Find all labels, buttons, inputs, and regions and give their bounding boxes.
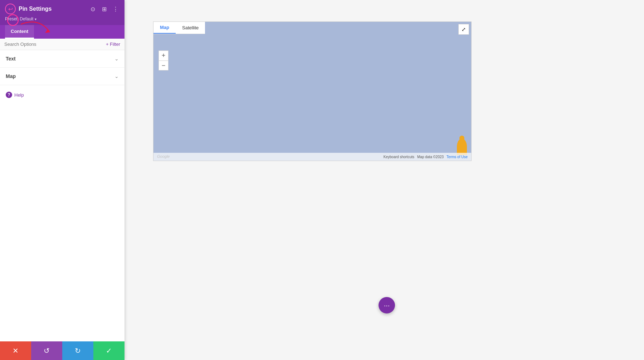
map-tab-map[interactable]: Map (153, 22, 176, 34)
search-input[interactable] (4, 42, 106, 47)
filter-button[interactable]: + Filter (106, 42, 120, 47)
search-bar: + Filter (0, 39, 125, 50)
fab-icon: ··· (384, 301, 390, 310)
help-label: Help (14, 92, 24, 98)
zoom-in-button[interactable]: + (158, 50, 169, 60)
panel-header: ↩ Pin Settings ⊙ ⊞ ⋮ Preset: Default ▾ (0, 0, 125, 25)
street-view-head (459, 136, 464, 141)
map-body: + − Google Keyboard shortcuts Map data ©… (153, 35, 471, 161)
back-icon: ↩ (8, 6, 13, 13)
accordion-map-label: Map (6, 73, 16, 79)
map-tab-bar: Map Satellite (153, 22, 205, 34)
map-tab-satellite[interactable]: Satellite (176, 22, 205, 34)
map-data-label: Map data ©2023 (417, 155, 444, 159)
accordion-text-header[interactable]: Text ⌄ (0, 50, 125, 67)
keyboard-shortcuts-link[interactable]: Keyboard shortcuts (384, 155, 414, 159)
panel-title: Pin Settings (19, 6, 52, 12)
back-button[interactable]: ↩ (5, 4, 16, 14)
map-footer: Keyboard shortcuts Map data ©2023 Terms … (153, 153, 471, 161)
fab-button[interactable]: ··· (379, 297, 395, 313)
header-top-row: ↩ Pin Settings ⊙ ⊞ ⋮ (5, 4, 119, 14)
accordion-text-section: Text ⌄ (0, 50, 125, 68)
close-button[interactable]: ✕ (0, 341, 31, 360)
preset-arrow-icon: ▾ (35, 17, 36, 21)
zoom-controls: + − (158, 50, 169, 70)
fullscreen-button[interactable]: ⤢ (458, 24, 469, 35)
columns-icon[interactable]: ⊞ (100, 5, 108, 13)
accordion-map-chevron: ⌄ (114, 73, 119, 79)
help-link[interactable]: ? Help (0, 85, 125, 104)
main-content: Map Satellite ⤢ + − Google Keyboard shor… (125, 0, 644, 360)
accordion-map-header[interactable]: Map ⌄ (0, 68, 125, 85)
settings-icon[interactable]: ⊙ (89, 5, 97, 13)
preset-row[interactable]: Preset: Default ▾ (5, 16, 119, 21)
left-panel: ↩ Pin Settings ⊙ ⊞ ⋮ Preset: Default ▾ C… (0, 0, 125, 360)
save-button[interactable]: ✓ (93, 341, 125, 360)
undo-button[interactable]: ↺ (31, 341, 62, 360)
preset-label: Preset: Default (5, 16, 33, 21)
bottom-toolbar: ✕ ↺ ↻ ✓ (0, 341, 125, 360)
accordion-text-chevron: ⌄ (114, 56, 119, 62)
accordion-text-label: Text (6, 56, 16, 62)
accordion-map-section: Map ⌄ (0, 68, 125, 85)
tab-content[interactable]: Content (5, 25, 34, 39)
tab-row: Content (0, 25, 125, 39)
terms-of-use-link[interactable]: Terms of Use (447, 155, 468, 159)
more-icon[interactable]: ⋮ (112, 5, 119, 13)
header-icons: ⊙ ⊞ ⋮ (89, 5, 119, 13)
help-icon: ? (6, 92, 12, 98)
redo-button[interactable]: ↻ (62, 341, 93, 360)
map-container: Map Satellite ⤢ + − Google Keyboard shor… (153, 21, 472, 161)
zoom-out-button[interactable]: − (158, 60, 169, 70)
header-left: ↩ Pin Settings (5, 4, 52, 14)
